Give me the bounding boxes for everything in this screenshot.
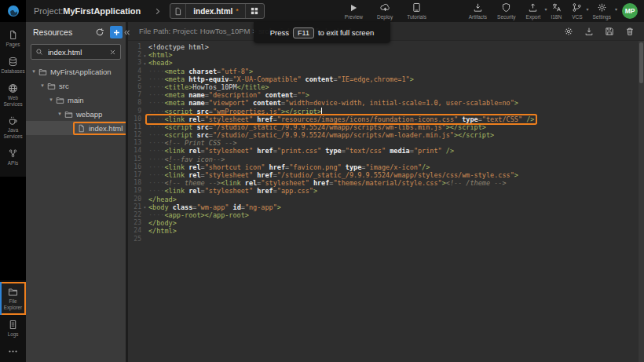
code-lines[interactable]: 1<!doctype html>2▾<html>3▾<head>4····<me… xyxy=(128,41,644,362)
code-line-4[interactable]: 4····<meta charset="utf-8"> xyxy=(128,68,644,75)
editor-scrollbar[interactable] xyxy=(639,41,644,362)
topbar-action-vcs[interactable]: VCS▾ xyxy=(572,2,582,20)
code-line-2[interactable]: 2▾<html> xyxy=(128,51,644,59)
search-icon xyxy=(35,48,43,56)
code-line-8[interactable]: 8····<meta name="viewport" content="widt… xyxy=(128,99,644,107)
indent-dots: ···· xyxy=(148,179,164,187)
token-attr: content xyxy=(302,75,334,83)
refresh-icon[interactable] xyxy=(95,27,104,37)
add-resource-button[interactable] xyxy=(110,26,123,38)
code-line-10[interactable]: 10····<link rel="stylesheet" href="resou… xyxy=(128,115,644,123)
code-line-22[interactable]: 22····<app-root></app-root> xyxy=(128,211,644,219)
code-line-6[interactable]: 6····<title>HowTos_10PM</title> xyxy=(128,83,644,91)
fold-spacer xyxy=(141,87,148,88)
token-str: "/studio/_static_/9.9.9.5524/wmapp/scrip… xyxy=(213,123,446,131)
collapse-panel-icon[interactable] xyxy=(123,28,131,37)
tree-node-index-html[interactable]: index.html xyxy=(26,121,126,135)
save-icon[interactable] xyxy=(605,27,614,36)
code-text: ····<script src="wmProperties.js"></scri… xyxy=(148,108,322,115)
sidebar-item-logs[interactable]: Logs xyxy=(0,315,26,342)
topbar-action-tutorials[interactable]: Tutorials xyxy=(407,2,426,20)
tree-node-myfirstapplication[interactable]: ▾MyFirstApplication xyxy=(26,64,126,79)
topbar-action-label: Preview xyxy=(345,14,363,20)
token-tag: <link xyxy=(164,171,185,179)
fold-spacer xyxy=(141,79,148,79)
tree-caret-icon[interactable]: ▾ xyxy=(57,111,63,117)
fullscreen-notice-press: Press xyxy=(270,28,289,37)
sidebar-item-databases[interactable]: Databases xyxy=(0,52,26,79)
chevron-right-icon[interactable] xyxy=(153,7,162,16)
open-file-tab[interactable]: index.html * xyxy=(170,3,265,19)
code-line-19[interactable]: 19····<link rel="stylesheet" href="app.c… xyxy=(128,187,644,195)
topbar-action-security[interactable]: Security xyxy=(497,2,515,20)
code-line-25[interactable]: 25 xyxy=(128,236,644,243)
indent-dots: ···· xyxy=(148,147,164,155)
topbar-action-i18n[interactable]: I18N xyxy=(551,2,562,20)
clear-search-icon[interactable] xyxy=(109,49,116,56)
tree-node-webapp[interactable]: ▾webapp xyxy=(26,107,126,121)
sidebar-item-file-explorer[interactable]: File Explorer xyxy=(0,282,26,315)
code-line-24[interactable]: 24</html> xyxy=(128,227,644,235)
code-line-13[interactable]: 13····<!-- Print CSS --> xyxy=(128,139,644,147)
code-line-1[interactable]: 1<!doctype html> xyxy=(128,43,644,51)
sidebar-item-more[interactable] xyxy=(0,342,26,360)
token-attr: href xyxy=(253,115,273,123)
token-tag: <meta xyxy=(164,99,185,107)
code-line-23[interactable]: 23</body> xyxy=(128,219,644,227)
line-number: 17 xyxy=(128,171,141,179)
topbar-action-preview[interactable]: Preview xyxy=(345,3,363,20)
indent-dots: ···· xyxy=(148,115,164,123)
code-line-15[interactable]: 15····<!--fav icon--> xyxy=(128,155,644,163)
download-icon[interactable] xyxy=(584,27,594,36)
chevron-down-icon: ▾ xyxy=(586,6,588,12)
sidebar-item-java-services[interactable]: Java Services xyxy=(0,111,26,144)
code-line-14[interactable]: 14····<link rel="stylesheet" href="print… xyxy=(128,147,644,155)
code-text: ····<!-- theme --><link rel="stylesheet"… xyxy=(148,179,507,187)
code-line-17[interactable]: 17····<link rel="stylesheet" href="/stud… xyxy=(128,171,644,179)
grid-view-icon[interactable] xyxy=(245,4,264,18)
tree-node-src[interactable]: ▾src xyxy=(26,79,126,93)
download-icon xyxy=(473,2,483,13)
code-line-3[interactable]: 3▾<head> xyxy=(128,59,644,67)
code-line-21[interactable]: 21▾<body class="wm-app" id="ng-app"> xyxy=(128,203,644,211)
tree-caret-icon[interactable]: ▾ xyxy=(48,97,54,103)
topbar-action-export[interactable]: Export▾ xyxy=(526,2,541,20)
code-line-20[interactable]: 20</head> xyxy=(128,196,644,203)
tree-caret-icon[interactable]: ▾ xyxy=(39,82,46,89)
tree-node-main[interactable]: ▾main xyxy=(26,93,126,107)
folder-icon xyxy=(47,82,56,90)
line-number: 25 xyxy=(128,236,141,243)
topbar-action-deploy[interactable]: Deploy xyxy=(377,2,393,20)
tree-caret-icon[interactable]: ▾ xyxy=(31,68,37,75)
log-icon xyxy=(8,320,18,330)
resources-search[interactable] xyxy=(31,44,121,60)
token-attr: src xyxy=(192,108,208,115)
sidebar-item-apis[interactable]: APIs xyxy=(0,144,26,170)
tree-node-label: main xyxy=(68,96,84,104)
play-icon xyxy=(349,3,358,13)
sidebar-item-web-services[interactable]: Web Services xyxy=(0,79,26,112)
main-area: PagesDatabasesWeb ServicesJava ServicesA… xyxy=(0,22,644,362)
trash-icon[interactable] xyxy=(625,27,635,36)
sidebar-item-pages[interactable]: Pages xyxy=(0,25,26,52)
fullscreen-notice-rest: to exit full screen xyxy=(318,28,374,37)
fold-caret-icon[interactable]: ▾ xyxy=(141,203,148,211)
code-line-16[interactable]: 16····<link rel="shortcut icon" href="fa… xyxy=(128,163,644,171)
user-avatar[interactable]: MP xyxy=(622,3,638,19)
code-line-18[interactable]: 18····<!-- theme --><link rel="styleshee… xyxy=(128,179,644,187)
topbar-action-artifacts[interactable]: Artifacts xyxy=(469,2,487,20)
app-logo[interactable] xyxy=(0,0,26,22)
code-line-5[interactable]: 5····<meta http-equiv="X-UA-Compatible" … xyxy=(128,75,644,83)
wavemaker-logo-icon xyxy=(7,5,20,17)
scrollbar-thumb[interactable] xyxy=(639,42,643,83)
indent-dots: ···· xyxy=(148,91,164,99)
code-line-12[interactable]: 12····<script src="/studio/_static_/9.9.… xyxy=(128,131,644,139)
code-line-7[interactable]: 7····<meta name="description" content=""… xyxy=(128,91,644,99)
token-attr: content xyxy=(249,99,281,107)
search-input[interactable] xyxy=(46,47,106,57)
code-line-11[interactable]: 11····<script src="/studio/_static_/9.9.… xyxy=(128,123,644,131)
gear-icon[interactable] xyxy=(564,27,573,36)
fold-caret-icon[interactable]: ▾ xyxy=(141,59,148,68)
code-line-9[interactable]: 9····<script src="wmProperties.js"></scr… xyxy=(128,108,644,115)
topbar-action-settings[interactable]: Settings▾ xyxy=(593,2,612,20)
